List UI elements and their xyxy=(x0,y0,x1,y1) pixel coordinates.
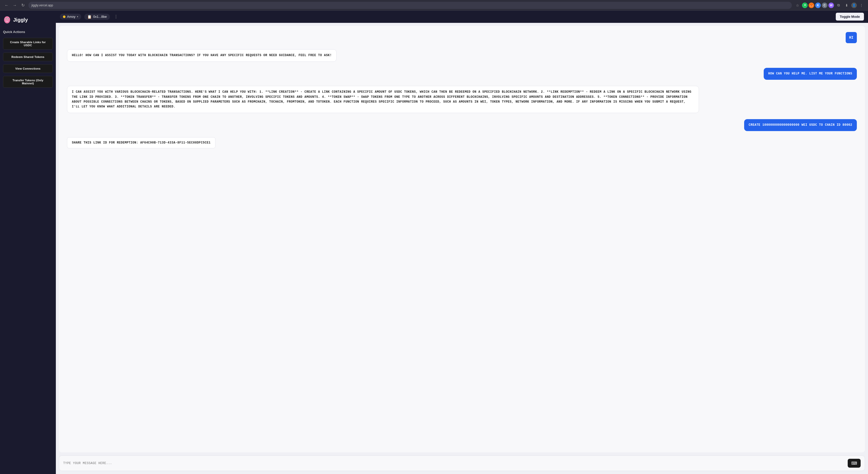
message-row: HELLO! HOW CAN I ASSIST YOU TODAY WITH B… xyxy=(67,49,857,62)
create-sharable-links-button[interactable]: Create Sharable Links for USDC xyxy=(3,38,53,50)
download-icon[interactable]: ⬇ xyxy=(843,2,850,9)
message-row: HOW CAN YOU HELP ME. LIST ME YOUR FUNCTI… xyxy=(67,68,857,80)
toggle-mode-button[interactable]: Toggle Mode xyxy=(836,13,864,21)
message-row: SHARE THIS LINK ID FOR REDEMPTION: AF64C… xyxy=(67,137,857,148)
jiggly-logo-icon xyxy=(3,16,11,24)
message-row: CREATE 1000000000000000000 WEI USDC TO C… xyxy=(67,119,857,131)
shield-extension-icon[interactable]: ✦ xyxy=(802,3,808,8)
greeting-message-bubble: HELLO! HOW CAN I ASSIST YOU TODAY WITH B… xyxy=(67,49,337,62)
message-input[interactable] xyxy=(63,462,846,465)
redeem-shared-tokens-button[interactable]: Redeem Shared Tokens xyxy=(3,53,53,61)
refresh-button[interactable]: ↻ xyxy=(19,2,26,9)
address-bar[interactable]: jiggly.vercel.app xyxy=(28,2,792,9)
chat-area: HI HELLO! HOW CAN I ASSIST YOU TODAY WIT… xyxy=(59,26,865,452)
logo-text: Jiggly xyxy=(13,17,28,23)
back-button[interactable]: ← xyxy=(3,2,10,9)
network-chevron-icon: ▾ xyxy=(77,15,78,18)
wallet-icon: 📋 xyxy=(87,15,92,19)
create-link-message-bubble: CREATE 1000000000000000000 WEI USDC TO C… xyxy=(744,119,857,131)
hi-message-bubble: HI xyxy=(846,32,857,43)
network-name: Amoy xyxy=(67,15,75,19)
functions-response-bubble: I CAN ASSIST YOU WITH VARIOUS BLOCKCHAIN… xyxy=(67,86,699,113)
transfer-tokens-button[interactable]: Transfer Tokens (Only Mainnet) xyxy=(3,76,53,88)
app-wrapper: Jiggly Quick Actions Create Sharable Lin… xyxy=(0,11,868,474)
network-status-dot xyxy=(63,16,65,18)
extensions-icon[interactable]: ⧉ xyxy=(835,2,842,9)
send-button[interactable]: ⌨ xyxy=(848,459,861,468)
more-options-icon[interactable]: ⋮ xyxy=(858,2,865,9)
link-id-message-bubble: SHARE THIS LINK ID FOR REDEMPTION: AF64C… xyxy=(67,137,215,148)
metamask-extension-icon[interactable]: 🦊 xyxy=(809,3,814,8)
main-content: Amoy ▾ 📋 0x1...8be ⋮ Toggle Mode HI HELL… xyxy=(56,11,868,474)
message-row: I CAN ASSIST YOU WITH VARIOUS BLOCKCHAIN… xyxy=(67,86,857,113)
list-functions-message-bubble: HOW CAN YOU HELP ME. LIST ME YOUR FUNCTI… xyxy=(764,68,857,80)
sidebar: Jiggly Quick Actions Create Sharable Lin… xyxy=(0,11,56,474)
svg-point-3 xyxy=(6,18,7,19)
svg-point-0 xyxy=(4,16,10,23)
bookmark-icon[interactable]: ☆ xyxy=(794,2,801,9)
forward-button[interactable]: → xyxy=(11,2,18,9)
top-bar: Amoy ▾ 📋 0x1...8be ⋮ Toggle Mode xyxy=(56,11,868,23)
logo-area: Jiggly xyxy=(3,15,53,26)
profile-icon[interactable]: 👤 xyxy=(851,3,857,8)
browser-nav-buttons: ← → ↻ xyxy=(3,2,26,9)
w-extension-icon[interactable]: W xyxy=(828,3,834,8)
quick-actions-label: Quick Actions xyxy=(3,29,53,35)
url-text: jiggly.vercel.app xyxy=(31,4,53,7)
browser-actions: ☆ ✦ 🦊 K C W ⧉ ⬇ 👤 ⋮ xyxy=(794,2,865,9)
send-icon: ⌨ xyxy=(851,461,857,466)
view-connections-button[interactable]: View Connections xyxy=(3,64,53,73)
more-options-button[interactable]: ⋮ xyxy=(113,14,119,19)
svg-point-4 xyxy=(8,18,9,19)
wallet-address: 0x1...8be xyxy=(93,15,107,19)
c-extension-icon[interactable]: C xyxy=(822,3,827,8)
network-selector[interactable]: Amoy ▾ xyxy=(60,14,81,20)
browser-chrome: ← → ↻ jiggly.vercel.app ☆ ✦ 🦊 K C W ⧉ ⬇ … xyxy=(0,0,868,11)
wallet-selector[interactable]: 📋 0x1...8be xyxy=(84,14,110,20)
input-area: ⌨ xyxy=(59,455,865,471)
message-row: HI xyxy=(67,32,857,43)
k-extension-icon[interactable]: K xyxy=(815,3,821,8)
